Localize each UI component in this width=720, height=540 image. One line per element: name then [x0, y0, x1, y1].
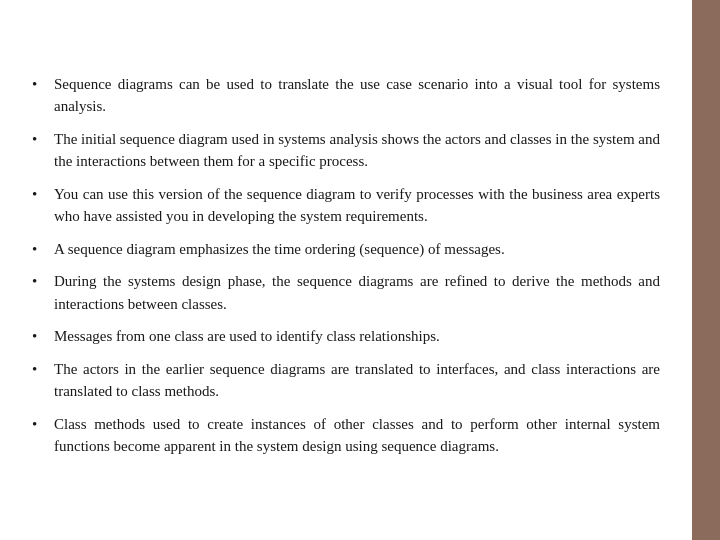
list-item: •You can use this version of the sequenc… [32, 183, 660, 228]
bullet-symbol: • [32, 183, 50, 206]
bullet-text: Messages from one class are used to iden… [54, 325, 660, 348]
list-item: •The initial sequence diagram used in sy… [32, 128, 660, 173]
bullet-text: During the systems design phase, the seq… [54, 270, 660, 315]
bullet-symbol: • [32, 128, 50, 151]
bullet-text: Sequence diagrams can be used to transla… [54, 73, 660, 118]
main-content: •Sequence diagrams can be used to transl… [0, 0, 692, 540]
bullet-symbol: • [32, 325, 50, 348]
bullet-text: You can use this version of the sequence… [54, 183, 660, 228]
bullet-symbol: • [32, 413, 50, 436]
list-item: •Messages from one class are used to ide… [32, 325, 660, 348]
bullet-symbol: • [32, 73, 50, 96]
bullet-text: A sequence diagram emphasizes the time o… [54, 238, 660, 261]
bullet-symbol: • [32, 358, 50, 381]
list-item: •During the systems design phase, the se… [32, 270, 660, 315]
list-item: •The actors in the earlier sequence diag… [32, 358, 660, 403]
bullet-text: Class methods used to create instances o… [54, 413, 660, 458]
bullet-symbol: • [32, 238, 50, 261]
list-item: •A sequence diagram emphasizes the time … [32, 238, 660, 261]
bullet-list: •Sequence diagrams can be used to transl… [32, 73, 660, 468]
bullet-text: The actors in the earlier sequence diagr… [54, 358, 660, 403]
bullet-symbol: • [32, 270, 50, 293]
list-item: •Sequence diagrams can be used to transl… [32, 73, 660, 118]
right-sidebar [692, 0, 720, 540]
list-item: •Class methods used to create instances … [32, 413, 660, 458]
bullet-text: The initial sequence diagram used in sys… [54, 128, 660, 173]
